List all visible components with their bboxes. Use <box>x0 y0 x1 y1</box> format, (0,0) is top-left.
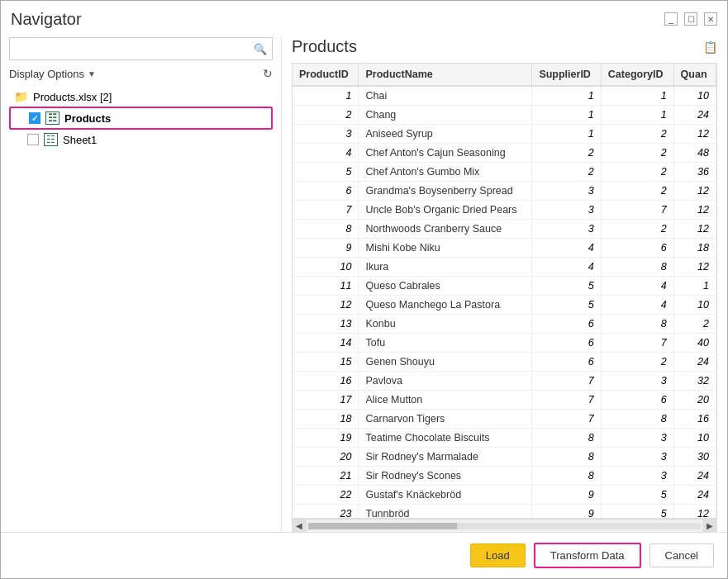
cancel-button[interactable]: Cancel <box>649 543 714 567</box>
folder-icon: 📁 <box>14 90 28 103</box>
table-cell: Carnarvon Tigers <box>359 410 532 429</box>
table-cell: 23 <box>293 505 359 520</box>
table-cell: 17 <box>293 391 359 410</box>
table-cell: 6 <box>601 239 673 258</box>
table-cell: 3 <box>293 125 359 144</box>
sheet1-checkbox[interactable] <box>27 134 39 145</box>
right-header: Products 📋 <box>292 37 717 56</box>
table-cell: 2 <box>601 182 673 201</box>
table-cell: 3 <box>532 201 601 220</box>
table-cell: Sir Rodney's Scones <box>359 467 532 486</box>
table-cell: 18 <box>293 410 359 429</box>
table-cell: Genen Shouyu <box>359 353 532 372</box>
col-header-productid: ProductID <box>293 64 359 86</box>
table-cell: 2 <box>532 144 601 163</box>
col-header-productname: ProductName <box>359 64 532 86</box>
table-cell: 4 <box>601 296 673 315</box>
title-bar-controls: ⎯ ☐ ✕ <box>664 12 717 26</box>
table-cell: 6 <box>532 353 601 372</box>
scroll-track[interactable] <box>308 523 701 529</box>
title-bar: Navigator ⎯ ☐ ✕ <box>1 1 727 31</box>
table-cell: 5 <box>293 163 359 182</box>
table-cell: Northwoods Cranberry Sauce <box>359 220 532 239</box>
table-header-row: ProductID ProductName SupplierID Categor… <box>293 64 716 86</box>
table-cell: Grandma's Boysenberry Spread <box>359 182 532 201</box>
scroll-left-arrow[interactable]: ◀ <box>292 520 307 533</box>
table-cell: 6 <box>293 182 359 201</box>
main-content: 🔍 Display Options ▼ ↻ 📁 Products.xlsx [2… <box>1 31 727 532</box>
navigator-dialog: Navigator ⎯ ☐ ✕ 🔍 Display Options ▼ ↻ <box>0 0 728 579</box>
right-panel: Products 📋 ProductID ProductName Supplie… <box>282 37 727 532</box>
table-cell: 8 <box>601 410 673 429</box>
minimize-button[interactable]: ⎯ <box>664 12 678 26</box>
display-options-label: Display Options <box>9 68 84 80</box>
table-row: 13Konbu682 <box>293 315 716 334</box>
table-cell: 24 <box>673 486 716 505</box>
close-button[interactable]: ✕ <box>704 12 717 26</box>
table-row: 11Queso Cabrales541 <box>293 277 716 296</box>
load-button[interactable]: Load <box>470 543 526 567</box>
table-cell: 8 <box>532 429 601 448</box>
table-cell: 4 <box>293 144 359 163</box>
tree-item-root[interactable]: 📁 Products.xlsx [2] <box>9 87 273 107</box>
table-cell: 40 <box>673 334 716 353</box>
table-row: 19Teatime Chocolate Biscuits8310 <box>293 429 716 448</box>
table-row: 3Aniseed Syrup1212 <box>293 125 716 144</box>
chevron-down-icon: ▼ <box>88 69 96 78</box>
table-cell: Alice Mutton <box>359 391 532 410</box>
dialog-title: Navigator <box>11 10 82 29</box>
table-cell: 15 <box>293 353 359 372</box>
table-cell: 11 <box>293 277 359 296</box>
tree-item-sheet1[interactable]: ☷ Sheet1 <box>9 130 273 149</box>
products-checkbox[interactable]: ✓ <box>29 112 40 124</box>
table-row: 7Uncle Bob's Organic Dried Pears3712 <box>293 201 716 220</box>
transform-data-button[interactable]: Transform Data <box>534 543 641 568</box>
table-row: 12Queso Manchego La Pastora5410 <box>293 296 716 315</box>
table-cell: 3 <box>532 220 601 239</box>
table-cell: 7 <box>532 410 601 429</box>
data-table-container[interactable]: ProductID ProductName SupplierID Categor… <box>292 63 717 519</box>
table-cell: 6 <box>601 391 673 410</box>
table-cell: 6 <box>532 315 601 334</box>
table-row: 20Sir Rodney's Marmalade8330 <box>293 448 716 467</box>
table-cell: Chef Anton's Cajun Seasoning <box>359 144 532 163</box>
table-row: 23Tunnbröd9512 <box>293 505 716 520</box>
table-row: 18Carnarvon Tigers7816 <box>293 410 716 429</box>
table-row: 14Tofu6740 <box>293 334 716 353</box>
table-cell: 18 <box>673 239 716 258</box>
table-cell: 4 <box>532 239 601 258</box>
tree-item-sheet1-label: Sheet1 <box>63 134 97 146</box>
table-cell: 20 <box>673 391 716 410</box>
table-cell: 12 <box>673 505 716 520</box>
table-cell: 10 <box>673 86 716 106</box>
col-header-categoryid: CategoryID <box>601 64 673 86</box>
table-cell: 3 <box>601 467 673 486</box>
table-cell: 2 <box>532 163 601 182</box>
footer: Load Transform Data Cancel <box>1 532 727 578</box>
table-row: 8Northwoods Cranberry Sauce3212 <box>293 220 716 239</box>
search-input[interactable] <box>10 40 249 59</box>
search-button[interactable]: 🔍 <box>249 38 272 59</box>
scroll-thumb[interactable] <box>308 523 457 529</box>
table-row: 15Genen Shouyu6224 <box>293 353 716 372</box>
scroll-right-arrow[interactable]: ▶ <box>702 520 717 533</box>
sheet1-checkbox-area <box>27 134 39 145</box>
display-options-button[interactable]: Display Options ▼ <box>9 68 96 80</box>
refresh-icon[interactable]: ↻ <box>263 67 273 80</box>
tree-item-products[interactable]: ✓ ☷ Products <box>9 107 273 130</box>
table-cell: 10 <box>293 258 359 277</box>
horizontal-scrollbar[interactable]: ◀ ▶ <box>292 519 717 532</box>
edit-icon[interactable]: 📋 <box>703 40 717 54</box>
restore-button[interactable]: ☐ <box>684 12 697 26</box>
display-options-row: Display Options ▼ ↻ <box>9 67 273 80</box>
table-cell: Sir Rodney's Marmalade <box>359 448 532 467</box>
table-cell: 10 <box>673 429 716 448</box>
table-cell: 1 <box>601 106 673 125</box>
table-cell: 16 <box>673 410 716 429</box>
table-cell: 13 <box>293 315 359 334</box>
table-cell: 8 <box>293 220 359 239</box>
table-cell: 2 <box>601 125 673 144</box>
table-icon-products: ☷ <box>45 112 59 125</box>
table-cell: 24 <box>673 353 716 372</box>
table-cell: 3 <box>601 448 673 467</box>
